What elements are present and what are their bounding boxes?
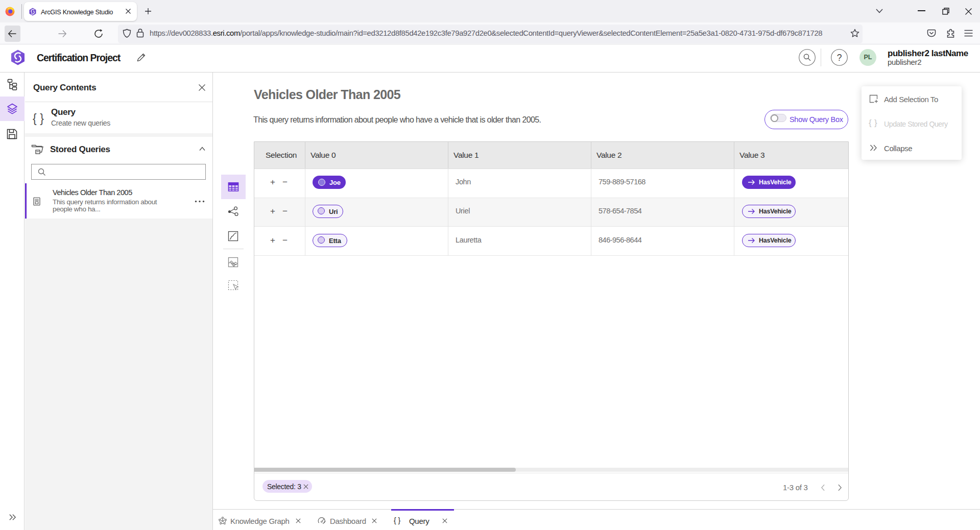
svg-text:?: ? bbox=[837, 53, 842, 63]
